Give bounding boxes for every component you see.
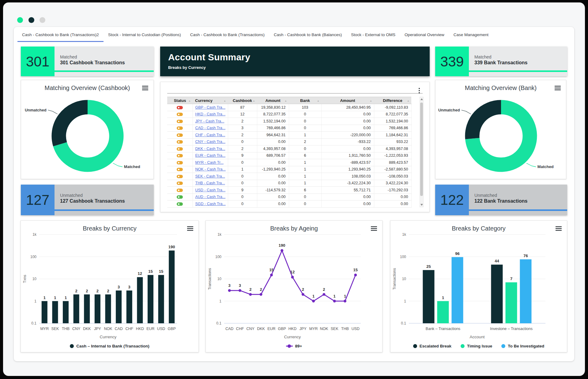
chart-menu-icon[interactable] [142,86,148,91]
column-header-cashbook[interactable]: Cashbook▲ [228,97,257,104]
legend-item-to-be-investigated[interactable]: To Be Investigated [501,344,544,348]
currency-link[interactable]: GBP - Cash Tra... [195,105,225,110]
kpi-matched-cashbook: 301 Matched 301 Cashbook Transactions [21,47,154,76]
value-cell: 8,722,077.35 [374,111,411,118]
status-amber-icon [177,140,183,144]
currency-link[interactable]: THB - Cash Tra... [195,181,225,185]
currency-link[interactable]: EUR - Cash Tra... [195,153,226,158]
status-cell [167,125,193,132]
chart-title: Breaks by Ageing [206,225,382,232]
scroll-down-icon[interactable] [420,204,423,206]
svg-text:1: 1 [344,294,346,298]
currency-link[interactable]: JPY - Cash Tra... [195,119,224,123]
column-header-currency[interactable]: Currency▲ [193,97,228,104]
currency-link[interactable]: CHF - Cash Tra... [195,133,225,137]
status-red-icon [177,106,183,109]
tab-cash-cashbook-to-bank-balances[interactable]: Cash - Cashbook to Bank (Balances) [269,28,346,42]
currency-link[interactable]: CNY - Cash Tra... [195,140,225,144]
svg-text:1: 1 [219,299,221,303]
tab-stock-internal-to-custodian-positions[interactable]: Stock - Internal to Custodian (Positions… [104,28,186,42]
column-header-bank[interactable]: Bank▲ [289,97,321,104]
svg-text:GBP: GBP [278,327,286,331]
scroll-up-icon[interactable] [420,98,423,100]
table-row: HKD - Cash Tra...128,722,077.3500.008,72… [167,111,411,118]
svg-text:Unmatched: Unmatched [25,108,47,112]
currency-link[interactable]: USD - Cash Tra... [195,188,226,192]
legend-marker-icon [413,344,417,348]
currency-cell: THB - Cash Tra... [193,180,228,187]
status-amber-icon [177,175,183,178]
svg-text:15: 15 [353,268,358,272]
legend-item-89[interactable]: 89+ [286,344,302,348]
sort-icon[interactable]: ▲ [253,99,255,102]
scrollbar-thumb[interactable] [420,103,423,196]
status-green-icon [177,202,183,206]
value-cell: 6 [289,152,321,159]
value-cell: 0.00 [321,118,374,125]
value-cell: 0 [289,145,321,152]
sort-icon[interactable]: ▲ [224,99,226,102]
currency-link[interactable]: AUD - Cash Tra... [195,195,226,199]
tab-operational-overview[interactable]: Operational Overview [400,28,449,42]
sort-icon[interactable]: ▲ [407,99,409,102]
table-scrollbar[interactable] [420,97,424,207]
kpi-accent-bar [469,209,567,211]
currency-cell: CHF - Cash Tra... [193,132,228,139]
currency-link[interactable]: SEK - Cash Tra... [195,174,225,178]
column-header-amount[interactable]: Amount▲ [257,97,289,104]
value-cell: -1,222,053.93 [374,152,411,159]
value-cell: 0.00 [321,145,374,152]
window-close-button[interactable] [17,17,23,23]
svg-text:2: 2 [249,287,251,292]
svg-text:1: 1 [54,295,56,300]
table-menu-icon[interactable] [418,87,421,94]
kpi-value: 301 [21,47,55,76]
chart-menu-icon[interactable] [556,226,562,232]
value-cell: 769,466.86 [374,125,411,132]
value-cell: 0.00 [321,125,374,132]
currency-link[interactable]: DKK - Cash Tra... [195,147,225,151]
value-cell: 0.00 [374,201,411,208]
tab-cash-cashbook-to-bank-transactions[interactable]: Cash - Cashbook to Bank (Transactions) [186,28,269,42]
svg-text:2: 2 [75,289,77,293]
chart-menu-icon[interactable] [371,226,377,232]
table-row: CAD - Cash Tra...3769,466.8600.00769,466… [167,125,411,132]
currency-cell: AUD - Cash Tra... [193,193,228,201]
column-header-difference[interactable]: Difference▲ [374,97,411,104]
currency-link[interactable]: HKD - Cash Tra... [195,112,226,116]
currency-link[interactable]: NOK - Cash Tra... [195,167,226,171]
legend-item-cash-internal-to-bank-transaction[interactable]: Cash – Internal to Bank (Transaction) [70,344,149,348]
value-cell: 55,712.71 [321,187,374,194]
status-cell [167,201,193,208]
sort-icon[interactable]: ▲ [370,99,372,102]
column-header-status[interactable]: Status▲ [167,97,193,104]
value-cell: 12 [228,111,257,118]
chart-menu-icon[interactable] [555,86,561,91]
chart-menu-icon[interactable] [187,226,193,232]
kpi-unmatched-bank: 122 Unmatched 122 Bank Transactions [435,185,567,215]
sort-icon[interactable]: ▲ [285,99,287,102]
svg-text:CAD: CAD [225,327,233,331]
currency-link[interactable]: SGD - Cash Tra... [195,202,226,206]
window-maximize-button[interactable] [40,17,45,23]
kpi-sublabel: 339 Bank Transactions [474,60,567,66]
svg-text:CNY: CNY [247,327,255,331]
value-cell: 0 [289,118,321,125]
legend-item-timing-issue[interactable]: Timing Issue [461,344,492,348]
tab-cash-cashbook-to-bank-transactions-2[interactable]: Cash - Cashbook to Bank (Transactions)2 [17,28,104,42]
sort-icon[interactable]: ▲ [317,99,319,102]
legend-item-escalated-break[interactable]: Escalated Break [413,344,451,348]
window-titlebar [3,2,585,27]
value-cell: 0 [228,173,257,180]
table-row: GBP - Cash Tra...8719,358,830.1210328,45… [167,104,411,111]
tab-case-management[interactable]: Case Management [449,28,493,42]
currency-link[interactable]: MYR - Cash Tr... [195,160,224,165]
legend-label: Cash – Internal to Bank (Transaction) [76,344,149,348]
currency-link[interactable]: CAD - Cash Tra... [195,126,226,130]
value-cell: 4,393,957.08 [257,145,289,152]
svg-text:190: 190 [279,243,285,248]
sort-icon[interactable]: ▲ [188,99,191,102]
column-header-amount[interactable]: Amount▲ [321,97,374,104]
tab-stock-external-to-oms[interactable]: Stock - External to OMS [346,28,400,42]
window-minimize-button[interactable] [28,17,34,23]
